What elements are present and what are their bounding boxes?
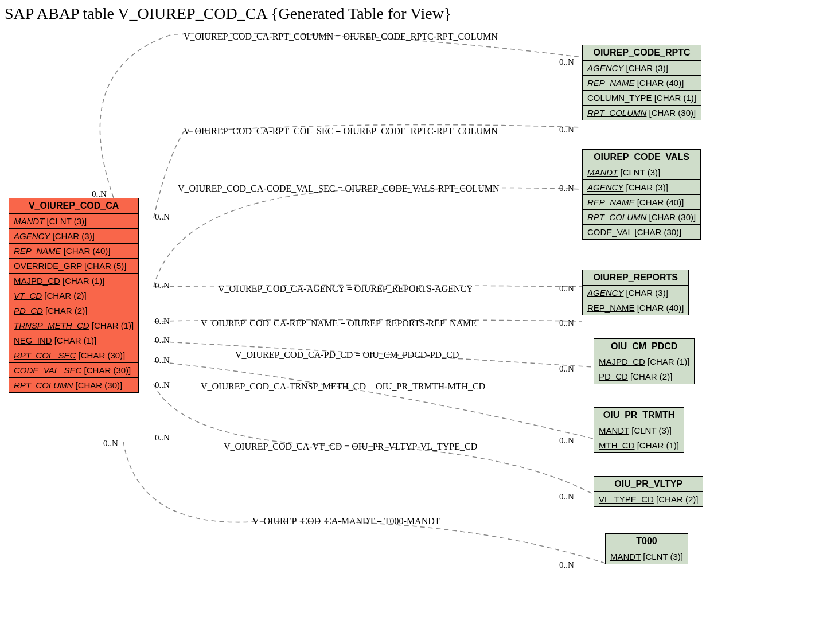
cardinality-label: 0..N	[559, 318, 574, 328]
entity-header: OIU_CM_PDCD	[594, 339, 694, 354]
field-row: REP_NAME [CHAR (40)]	[9, 244, 138, 259]
field-row: CODE_VAL_SEC [CHAR (30)]	[9, 363, 138, 378]
field-row: CODE_VAL [CHAR (30)]	[583, 225, 700, 239]
entity-pdcd: OIU_CM_PDCDMAJPD_CD [CHAR (1)]PD_CD [CHA…	[594, 338, 695, 384]
cardinality-label: 0..N	[155, 212, 170, 222]
field-row: AGENCY [CHAR (3)]	[583, 180, 700, 195]
field-row: VL_TYPE_CD [CHAR (2)]	[594, 492, 703, 506]
entity-vals: OIUREP_CODE_VALSMANDT [CLNT (3)]AGENCY […	[582, 149, 701, 240]
cardinality-label: 0..N	[559, 184, 574, 193]
relation-label: V_OIUREP_COD_CA-AGENCY = OIUREP_REPORTS-…	[218, 284, 473, 294]
field-row: MANDT [CLNT (3)]	[606, 549, 688, 564]
cardinality-label: 0..N	[559, 492, 574, 502]
relation-label: V_OIUREP_COD_CA-REP_NAME = OIUREP_REPORT…	[201, 318, 477, 329]
cardinality-label: 0..N	[559, 125, 574, 135]
entity-t000: T000MANDT [CLNT (3)]	[605, 533, 688, 564]
entity-header: OIUREP_REPORTS	[583, 270, 688, 286]
cardinality-label: 0..N	[559, 560, 574, 570]
field-row: MAJPD_CD [CHAR (1)]	[594, 354, 694, 369]
field-row: AGENCY [CHAR (3)]	[9, 229, 138, 244]
cardinality-label: 0..N	[155, 433, 170, 443]
cardinality-label: 0..N	[559, 57, 574, 67]
field-row: REP_NAME [CHAR (40)]	[583, 195, 700, 210]
field-row: NEG_IND [CHAR (1)]	[9, 333, 138, 348]
cardinality-label: 0..N	[559, 284, 574, 294]
field-row: RPT_COLUMN [CHAR (30)]	[583, 210, 700, 225]
field-row: MAJPD_CD [CHAR (1)]	[9, 274, 138, 288]
field-row: REP_NAME [CHAR (40)]	[583, 76, 701, 91]
relation-label: V_OIUREP_COD_CA-PD_CD = OIU_CM_PDCD-PD_C…	[235, 350, 459, 360]
cardinality-label: 0..N	[155, 281, 170, 291]
relation-label: V_OIUREP_COD_CA-TRNSP_METH_CD = OIU_PR_T…	[201, 381, 485, 392]
cardinality-label: 0..N	[103, 439, 118, 448]
cardinality-label: 0..N	[155, 317, 170, 326]
field-row: MANDT [CLNT (3)]	[583, 165, 700, 180]
field-row: MANDT [CLNT (3)]	[594, 423, 684, 438]
entity-rptc: OIUREP_CODE_RPTCAGENCY [CHAR (3)]REP_NAM…	[582, 45, 701, 120]
relation-label: V_OIUREP_COD_CA-MANDT = T000-MANDT	[252, 516, 440, 526]
relation-label: V_OIUREP_COD_CA-RPT_COL_SEC = OIUREP_COD…	[184, 126, 498, 136]
entity-trmth: OIU_PR_TRMTHMANDT [CLNT (3)]MTH_CD [CHAR…	[594, 407, 684, 453]
entity-main-header: V_OIUREP_COD_CA	[9, 198, 138, 214]
cardinality-label: 0..N	[155, 380, 170, 390]
entity-header: OIU_PR_TRMTH	[594, 408, 684, 423]
entity-reports: OIUREP_REPORTSAGENCY [CHAR (3)]REP_NAME …	[582, 270, 689, 315]
field-row: COLUMN_TYPE [CHAR (1)]	[583, 91, 701, 106]
entity-vltyp: OIU_PR_VLTYPVL_TYPE_CD [CHAR (2)]	[594, 476, 703, 507]
entity-header: OIUREP_CODE_VALS	[583, 150, 700, 165]
cardinality-label: 0..N	[559, 364, 574, 374]
relation-label: V_OIUREP_COD_CA-CODE_VAL_SEC = OIUREP_CO…	[178, 184, 499, 194]
field-row: AGENCY [CHAR (3)]	[583, 286, 688, 300]
relation-label: V_OIUREP_COD_CA-VT_CD = OIU_PR_VLTYP-VL_…	[224, 442, 477, 452]
field-row: PD_CD [CHAR (2)]	[594, 369, 694, 384]
field-row: AGENCY [CHAR (3)]	[583, 61, 701, 76]
cardinality-label: 0..N	[155, 356, 170, 365]
relation-label: V_OIUREP_COD_CA-RPT_COLUMN = OIUREP_CODE…	[184, 32, 498, 42]
cardinality-label: 0..N	[155, 335, 170, 345]
page-title: SAP ABAP table V_OIUREP_COD_CA {Generate…	[5, 5, 451, 23]
field-row: PD_CD [CHAR (2)]	[9, 303, 138, 318]
field-row: MTH_CD [CHAR (1)]	[594, 438, 684, 452]
field-row: RPT_COL_SEC [CHAR (30)]	[9, 348, 138, 363]
field-row: REP_NAME [CHAR (40)]	[583, 300, 688, 315]
field-row: VT_CD [CHAR (2)]	[9, 288, 138, 303]
field-row: RPT_COLUMN [CHAR (30)]	[9, 378, 138, 392]
entity-main: V_OIUREP_COD_CA MANDT [CLNT (3)] AGENCY …	[9, 198, 139, 393]
cardinality-label: 0..N	[92, 189, 107, 199]
cardinality-label: 0..N	[559, 436, 574, 446]
entity-header: OIU_PR_VLTYP	[594, 477, 703, 492]
field-row: MANDT [CLNT (3)]	[9, 214, 138, 229]
field-row: TRNSP_METH_CD [CHAR (1)]	[9, 318, 138, 333]
entity-header: OIUREP_CODE_RPTC	[583, 45, 701, 61]
entity-header: T000	[606, 534, 688, 549]
field-row: OVERRIDE_GRP [CHAR (5)]	[9, 259, 138, 274]
field-row: RPT_COLUMN [CHAR (30)]	[583, 106, 701, 120]
